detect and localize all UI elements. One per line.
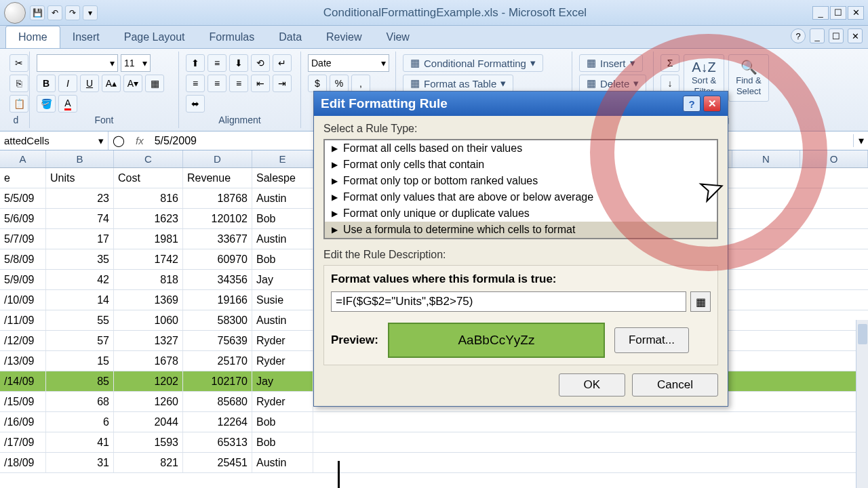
rule-type-label: Select a Rule Type: xyxy=(323,123,718,135)
shrink-font-icon[interactable]: A▾ xyxy=(123,75,142,92)
font-size-select[interactable]: 11▾ xyxy=(121,54,151,72)
quick-access-toolbar: 💾 ↶ ↷ ▾ xyxy=(30,5,98,20)
qat-customize-icon[interactable]: ▾ xyxy=(83,5,98,20)
paste-icon[interactable]: 📋 xyxy=(9,95,28,113)
wrap-text-icon[interactable]: ↵ xyxy=(273,54,292,72)
delete-cells-button[interactable]: ▦ Delete ▾ xyxy=(579,75,646,92)
dialog-title-bar[interactable]: Edit Formatting Rule ? ✕ xyxy=(314,92,728,116)
align-left-icon[interactable]: ≡ xyxy=(186,75,205,92)
minimize-button[interactable]: _ xyxy=(812,6,829,20)
rule-type-item[interactable]: ▶Format only unique or duplicate values xyxy=(325,205,717,222)
range-selector-icon[interactable]: ▦ xyxy=(690,291,711,312)
underline-button[interactable]: U xyxy=(80,75,99,92)
increase-indent-icon[interactable]: ⇥ xyxy=(273,75,292,92)
dialog-close-button[interactable]: ✕ xyxy=(703,96,721,112)
table-row[interactable]: /16/096204412264Bob xyxy=(0,412,868,432)
table-row[interactable]: /17/0941159365313Bob xyxy=(0,432,868,453)
dialog-help-button[interactable]: ? xyxy=(683,96,701,112)
preview-label: Preview: xyxy=(331,333,378,347)
rule-type-item[interactable]: ▶Format only values that are above or be… xyxy=(325,189,717,205)
rule-type-item[interactable]: ▶Format all cells based on their values xyxy=(325,140,717,157)
decrease-indent-icon[interactable]: ⇤ xyxy=(251,75,270,92)
rule-type-item[interactable]: ▶Use a formula to determine which cells … xyxy=(325,222,717,238)
comma-icon[interactable]: , xyxy=(351,75,370,92)
preview-sample: AaBbCcYyZz xyxy=(388,323,605,358)
italic-button[interactable]: I xyxy=(58,75,77,92)
font-name-select[interactable]: ▾ xyxy=(37,54,118,72)
grow-font-icon[interactable]: A▴ xyxy=(102,75,121,92)
insert-cells-button[interactable]: ▦ Insert ▾ xyxy=(579,54,643,72)
rule-type-item[interactable]: ▶Format only cells that contain xyxy=(325,157,717,173)
format-button[interactable]: Format... xyxy=(614,327,689,353)
copy-icon[interactable]: ⎘ xyxy=(9,75,28,92)
vertical-scrollbar[interactable] xyxy=(856,320,868,488)
tab-insert[interactable]: Insert xyxy=(60,26,112,48)
ok-button[interactable]: OK xyxy=(559,373,626,396)
undo-icon[interactable]: ↶ xyxy=(47,5,62,20)
cut-icon[interactable]: ✂ xyxy=(9,54,28,72)
caret-line xyxy=(338,461,340,488)
col-header-e[interactable]: E xyxy=(252,150,313,167)
rule-description-panel: Format values where this formula is true… xyxy=(323,265,718,365)
tab-page-layout[interactable]: Page Layout xyxy=(112,26,197,48)
bold-button[interactable]: B xyxy=(37,75,56,92)
col-header-d[interactable]: D xyxy=(183,150,252,167)
clipboard-group-label: d xyxy=(9,113,22,125)
tab-formulas[interactable]: Formulas xyxy=(197,26,267,48)
conditional-formatting-button[interactable]: ▦Conditional Formatting▾ xyxy=(403,54,543,72)
col-header-a[interactable]: A xyxy=(0,150,46,167)
tab-data[interactable]: Data xyxy=(267,26,314,48)
edit-formatting-rule-dialog: Edit Formatting Rule ? ✕ Select a Rule T… xyxy=(313,91,728,407)
col-header-o[interactable]: O xyxy=(800,150,868,167)
office-button[interactable] xyxy=(4,2,26,24)
format-as-table-button[interactable]: ▦Format as Table▾ xyxy=(403,75,513,92)
title-bar: 💾 ↶ ↷ ▾ ConditionalFormattingExample.xls… xyxy=(0,0,868,26)
currency-icon[interactable]: $ xyxy=(308,75,327,92)
maximize-button[interactable]: ☐ xyxy=(830,6,846,20)
fill-icon[interactable]: ↓ xyxy=(660,75,679,92)
font-color-icon[interactable]: A xyxy=(58,95,77,113)
expand-formula-bar-icon[interactable]: ▾ xyxy=(853,134,868,147)
formula-input-field[interactable] xyxy=(331,291,686,312)
tab-home[interactable]: Home xyxy=(5,26,60,48)
find-select-button[interactable]: 🔍Find & Select xyxy=(728,54,769,102)
tab-view[interactable]: View xyxy=(374,26,422,48)
formula-label: Format values where this formula is true… xyxy=(331,272,711,286)
autosum-icon[interactable]: Σ xyxy=(660,54,679,72)
close-button[interactable]: ✕ xyxy=(848,6,864,20)
orientation-icon[interactable]: ⟲ xyxy=(251,54,270,72)
col-header-c[interactable]: C xyxy=(114,150,183,167)
border-icon[interactable]: ▦ xyxy=(145,75,164,92)
align-center-icon[interactable]: ≡ xyxy=(208,75,226,92)
rule-type-item[interactable]: ▶Format only top or bottom ranked values xyxy=(325,173,717,189)
save-icon[interactable]: 💾 xyxy=(30,5,45,20)
align-middle-icon[interactable]: ≡ xyxy=(208,54,226,72)
alignment-group-label: Alignment xyxy=(186,113,294,125)
col-header-n[interactable]: N xyxy=(732,150,800,167)
table-row[interactable]: /18/093182125451Austin xyxy=(0,453,868,473)
align-right-icon[interactable]: ≡ xyxy=(229,75,248,92)
app-title: ConditionalFormattingExample.xls - Micro… xyxy=(98,6,812,20)
rule-desc-label: Edit the Rule Description: xyxy=(323,249,718,261)
font-group-label: Font xyxy=(37,113,172,125)
cancel-fx-icon[interactable]: ◯ xyxy=(108,134,129,147)
ribbon-close-icon[interactable]: ✕ xyxy=(848,28,863,43)
redo-icon[interactable]: ↷ xyxy=(65,5,80,20)
rule-type-list[interactable]: ▶Format all cells based on their values … xyxy=(323,139,718,239)
dialog-title: Edit Formatting Rule xyxy=(321,96,448,111)
fill-color-icon[interactable]: 🪣 xyxy=(37,95,56,113)
merge-icon[interactable]: ⬌ xyxy=(186,95,205,113)
percent-icon[interactable]: % xyxy=(330,75,349,92)
number-format-select[interactable]: Date▾ xyxy=(308,54,389,72)
align-bottom-icon[interactable]: ⬇ xyxy=(229,54,248,72)
name-box[interactable]: attedCells▾ xyxy=(0,131,108,150)
help-icon[interactable]: ? xyxy=(791,28,806,43)
ribbon-tabs: Home Insert Page Layout Formulas Data Re… xyxy=(0,26,868,49)
col-header-b[interactable]: B xyxy=(46,150,114,167)
fx-icon[interactable]: fx xyxy=(129,135,151,146)
tab-review[interactable]: Review xyxy=(314,26,374,48)
ribbon-restore-icon[interactable]: ☐ xyxy=(829,28,844,43)
ribbon-minimize-icon[interactable]: _ xyxy=(810,28,825,43)
align-top-icon[interactable]: ⬆ xyxy=(186,54,205,72)
cancel-button[interactable]: Cancel xyxy=(632,373,718,396)
